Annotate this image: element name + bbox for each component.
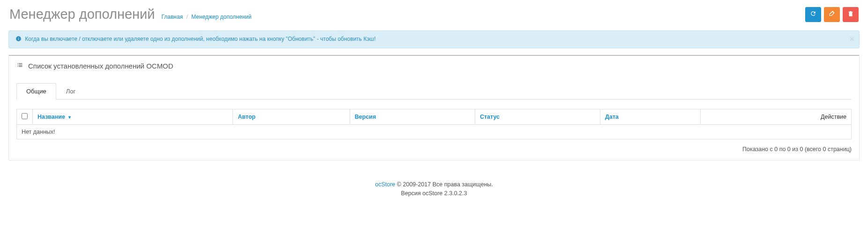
- delete-button[interactable]: [843, 7, 859, 22]
- breadcrumb-home-link[interactable]: Главная: [161, 14, 183, 20]
- footer: ocStore © 2009-2017 Все права защищены. …: [0, 167, 868, 206]
- sort-name-link[interactable]: Название ▾: [37, 114, 71, 120]
- table-empty-row: Нет данных!: [17, 125, 852, 139]
- sort-date-link[interactable]: Дата: [605, 114, 619, 120]
- footer-copyright: © 2009-2017 Все права защищены.: [395, 181, 493, 188]
- col-status: Статус: [475, 109, 600, 125]
- clear-button[interactable]: [824, 7, 840, 22]
- col-name-label: Название: [37, 114, 65, 120]
- panel-heading: Список установленных дополнений OCMOD: [9, 56, 859, 76]
- page-header-left: Менеджер дополнений Главная / Менеджер д…: [9, 7, 252, 22]
- footer-brand-link[interactable]: ocStore: [375, 181, 395, 188]
- sort-status-link[interactable]: Статус: [480, 114, 500, 120]
- tab-log[interactable]: Лог: [56, 83, 86, 99]
- alert-text: Когда вы включаете / отключаете или удал…: [25, 36, 375, 42]
- col-date: Дата: [600, 109, 701, 125]
- main-panel: Список установленных дополнений OCMOD Об…: [8, 55, 860, 161]
- breadcrumb-current-link[interactable]: Менеджер дополнений: [191, 14, 251, 20]
- tab-general-label: Общие: [16, 83, 56, 99]
- page-title: Менеджер дополнений: [9, 7, 155, 22]
- panel-body: Общие Лог Название ▾: [9, 76, 859, 160]
- info-icon: [15, 36, 22, 43]
- tab-log-label: Лог: [56, 83, 86, 99]
- table-empty-text: Нет данных!: [17, 125, 852, 139]
- breadcrumb-separator: /: [187, 14, 188, 20]
- footer-version: Версия ocStore 2.3.0.2.3: [0, 189, 868, 198]
- alert-close-button[interactable]: ×: [849, 35, 854, 43]
- list-icon: [16, 61, 23, 70]
- select-all-checkbox[interactable]: [22, 113, 28, 119]
- col-action: Действие: [700, 109, 851, 125]
- tab-general[interactable]: Общие: [16, 83, 56, 99]
- nav-tabs: Общие Лог: [16, 83, 852, 99]
- col-version: Версия: [350, 109, 475, 125]
- pagination-info: Показано с 0 по 0 из 0 (всего 0 страниц): [16, 146, 852, 153]
- close-icon: ×: [849, 34, 854, 44]
- mods-table: Название ▾ Автор Версия Статус Дата: [16, 109, 852, 139]
- footer-line-1: ocStore © 2009-2017 Все права защищены.: [0, 180, 868, 189]
- refresh-icon: [810, 10, 816, 18]
- col-checkbox: [17, 109, 33, 125]
- sort-author-link[interactable]: Автор: [238, 114, 255, 120]
- page-header: Менеджер дополнений Главная / Менеджер д…: [0, 0, 868, 26]
- table-header-row: Название ▾ Автор Версия Статус Дата: [17, 109, 852, 125]
- eraser-icon: [829, 10, 835, 18]
- col-name: Название ▾: [33, 109, 233, 125]
- breadcrumb: Главная / Менеджер дополнений: [161, 14, 251, 20]
- col-author: Автор: [233, 109, 350, 125]
- sort-version-link[interactable]: Версия: [355, 114, 376, 120]
- info-alert: Когда вы включаете / отключаете или удал…: [8, 31, 860, 48]
- refresh-button[interactable]: [805, 7, 821, 22]
- trash-icon: [847, 10, 854, 18]
- chevron-down-icon: ▾: [68, 115, 71, 120]
- page-header-actions: [805, 7, 859, 22]
- panel-title: Список установленных дополнений OCMOD: [28, 62, 173, 70]
